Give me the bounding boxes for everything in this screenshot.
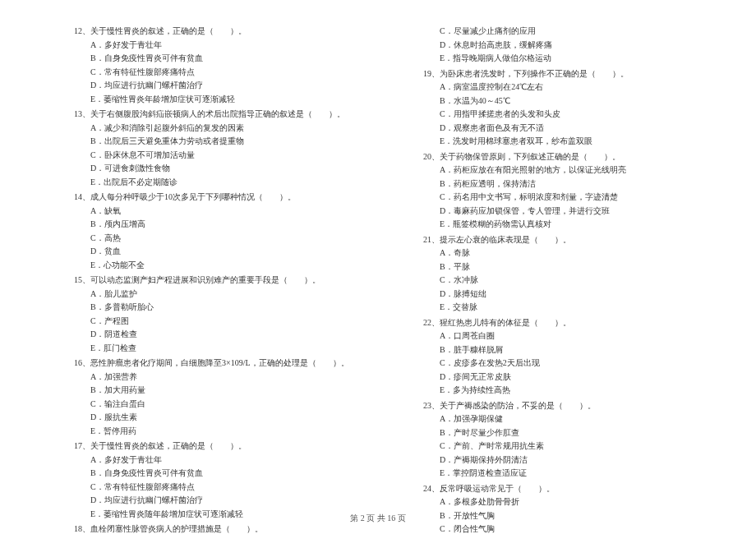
option-d: D．观察患者面色及有无不适 — [423, 122, 707, 136]
question-text: 23、关于产褥感染的防治，不妥的是（ ）。 — [423, 399, 707, 413]
question-text: 20、关于药物保管原则，下列叙述正确的是（ ）。 — [423, 150, 707, 164]
option-e: E．指导晚期病人做伯尔格运动 — [423, 52, 707, 66]
option-a: A．口周苍白圈 — [423, 329, 707, 343]
option-c: C．常有特征性腹部疼痛特点 — [74, 66, 357, 80]
option-a: A．加强营养 — [74, 371, 357, 384]
question-text: 12、关于慢性胃炎的叙述，正确的是（ ）。 — [74, 25, 357, 39]
option-b: B．加大用药量 — [74, 384, 357, 398]
question-18: 18、血栓闭塞性脉管炎病人的护理措施是（ ）。 A．患肢局部加温保暖 B．要求病… — [74, 522, 357, 534]
option-e: E．瓶签模糊的药物需认真核对 — [423, 218, 707, 232]
option-b: B．药柜应透明，保持清洁 — [423, 177, 707, 191]
option-b: B．产时尽量少作肛查 — [423, 426, 707, 440]
left-column: 12、关于慢性胃炎的叙述，正确的是（ ）。 A．多好发于青壮年 B．自身免疫性胃… — [74, 25, 357, 534]
option-b: B．水温为40～45℃ — [423, 94, 707, 108]
option-b: B．多普勒听胎心 — [74, 301, 357, 315]
option-e: E．多为持续性高热 — [423, 384, 707, 398]
question-23: 23、关于产褥感染的防治，不妥的是（ ）。 A．加强孕期保健 B．产时尽量少作肛… — [423, 399, 707, 481]
option-d: D．毒麻药应加锁保管，专人管理，并进行交班 — [423, 205, 707, 219]
question-18-cont: C．尽量减少止痛剂的应用 D．休息时抬高患肢，缓解疼痛 E．指导晚期病人做伯尔格… — [423, 25, 707, 66]
option-a: A．多好发于青壮年 — [74, 453, 357, 467]
question-text: 21、提示左心衰的临床表现是（ ）。 — [423, 233, 707, 247]
question-text: 14、成人每分种呼吸少于10次多见于下列哪种情况（ ）。 — [74, 191, 357, 205]
option-c: C．产程图 — [74, 315, 357, 329]
question-22: 22、猩红热患儿特有的体征是（ ）。 A．口周苍白圈 B．脏手糠样脱屑 C．皮疹… — [423, 316, 707, 398]
option-d: D．疹间无正常皮肤 — [423, 371, 707, 384]
option-c: C．水冲脉 — [423, 274, 707, 288]
option-e: E．洗发时用棉球塞患者双耳，纱布盖双眼 — [423, 135, 707, 149]
option-b: B．颅内压增高 — [74, 218, 357, 232]
option-a: A．缺氧 — [74, 205, 357, 219]
option-e: E．肛门检查 — [74, 342, 357, 356]
option-c: C．闭合性气胸 — [423, 522, 707, 534]
question-text: 17、关于慢性胃炎的叙述，正确的是（ ）。 — [74, 440, 357, 453]
option-b: B．自身免疫性胃炎可伴有贫血 — [74, 52, 357, 66]
option-c: C．用指甲揉搓患者的头发和头皮 — [423, 108, 707, 122]
option-b: B．平脉 — [423, 260, 707, 274]
option-d: D．服抗生素 — [74, 411, 357, 425]
question-text: 24、反常呼吸运动常见于（ ）。 — [423, 482, 707, 496]
option-d: D．休息时抬高患肢，缓解疼痛 — [423, 39, 707, 53]
question-16: 16、恶性肿瘤患者化疗期间，白细胞降至3×109/L，正确的处理是（ ）。 A．… — [74, 357, 357, 438]
option-b: B．自身免疫性胃炎可伴有贫血 — [74, 467, 357, 481]
option-e: E．掌控阴道检查适应证 — [423, 467, 707, 481]
question-text: 16、恶性肿瘤患者化疗期间，白细胞降至3×109/L，正确的处理是（ ）。 — [74, 357, 357, 371]
option-d: D．脉搏短绌 — [423, 288, 707, 302]
option-a: A．胎儿监护 — [74, 288, 357, 302]
option-d: D．贫血 — [74, 245, 357, 259]
question-14: 14、成人每分种呼吸少于10次多见于下列哪种情况（ ）。 A．缺氧 B．颅内压增… — [74, 191, 357, 272]
option-d: D．阴道检查 — [74, 328, 357, 342]
option-c: C．常有特征性腹部疼痛特点 — [74, 481, 357, 495]
option-d: D．均应进行抗幽门螺杆菌治疗 — [74, 494, 357, 508]
question-text: 13、关于右侧腹股沟斜疝嵌顿病人的术后出院指导正确的叙述是（ ）。 — [74, 108, 357, 122]
right-column: C．尽量减少止痛剂的应用 D．休息时抬高患肢，缓解疼痛 E．指导晚期病人做伯尔格… — [423, 25, 707, 534]
option-c: C．尽量减少止痛剂的应用 — [423, 25, 707, 39]
question-24: 24、反常呼吸运动常见于（ ）。 A．多根多处肋骨骨折 B．开放性气胸 C．闭合… — [423, 482, 707, 535]
option-c: C．输注白蛋白 — [74, 398, 357, 412]
option-a: A．病室温度控制在24℃左右 — [423, 81, 707, 94]
option-c: C．高热 — [74, 232, 357, 246]
question-20: 20、关于药物保管原则，下列叙述正确的是（ ）。 A．药柜应放在有阳光照射的地方… — [423, 150, 707, 232]
question-13: 13、关于右侧腹股沟斜疝嵌顿病人的术后出院指导正确的叙述是（ ）。 A．减少和消… — [74, 108, 357, 189]
option-e: E．暂停用药 — [74, 425, 357, 439]
question-12: 12、关于慢性胃炎的叙述，正确的是（ ）。 A．多好发于青壮年 B．自身免疫性胃… — [74, 25, 357, 106]
option-a: A．多好发于青壮年 — [74, 39, 357, 53]
option-e: E．出院后不必定期随诊 — [74, 176, 357, 190]
option-a: A．药柜应放在有阳光照射的地方，以保证光线明亮 — [423, 163, 707, 177]
option-d: D．产褥期保持外阴清洁 — [423, 453, 707, 467]
option-c: C．药名用中文书写，标明浓度和剂量，字迹清楚 — [423, 191, 707, 205]
option-d: D．可进食刺激性食物 — [74, 162, 357, 176]
exam-page: 12、关于慢性胃炎的叙述，正确的是（ ）。 A．多好发于青壮年 B．自身免疫性胃… — [0, 0, 756, 534]
question-text: 15、可以动态监测产妇产程进展和识别难产的重要手段是（ ）。 — [74, 274, 357, 288]
question-15: 15、可以动态监测产妇产程进展和识别难产的重要手段是（ ）。 A．胎儿监护 B．… — [74, 274, 357, 355]
option-d: D．均应进行抗幽门螺杆菌治疗 — [74, 79, 357, 93]
question-text: 19、为卧床患者洗发时，下列操作不正确的是（ ）。 — [423, 67, 707, 81]
option-b: B．出院后三天避免重体力劳动或者提重物 — [74, 135, 357, 149]
option-e: E．萎缩性胃炎年龄增加症状可逐渐减轻 — [74, 93, 357, 107]
question-19: 19、为卧床患者洗发时，下列操作不正确的是（ ）。 A．病室温度控制在24℃左右… — [423, 67, 707, 149]
option-c: C．皮疹多在发热2天后出现 — [423, 357, 707, 371]
option-a: A．加强孕期保健 — [423, 412, 707, 426]
page-footer: 第 2 页 共 16 页 — [0, 513, 756, 524]
question-21: 21、提示左心衰的临床表现是（ ）。 A．奇脉 B．平脉 C．水冲脉 D．脉搏短… — [423, 233, 707, 315]
option-e: E．交替脉 — [423, 301, 707, 315]
option-c: C．产前、产时常规用抗生素 — [423, 440, 707, 453]
question-text: 18、血栓闭塞性脉管炎病人的护理措施是（ ）。 — [74, 522, 357, 534]
option-c: C．卧床休息不可增加活动量 — [74, 149, 357, 163]
question-text: 22、猩红热患儿特有的体征是（ ）。 — [423, 316, 707, 330]
option-a: A．减少和消除引起腹外斜疝的复发的因素 — [74, 122, 357, 136]
option-b: B．脏手糠样脱屑 — [423, 343, 707, 357]
option-a: A．奇脉 — [423, 246, 707, 260]
option-e: E．心功能不全 — [74, 259, 357, 273]
question-17: 17、关于慢性胃炎的叙述，正确的是（ ）。 A．多好发于青壮年 B．自身免疫性胃… — [74, 440, 357, 521]
option-a: A．多根多处肋骨骨折 — [423, 495, 707, 509]
